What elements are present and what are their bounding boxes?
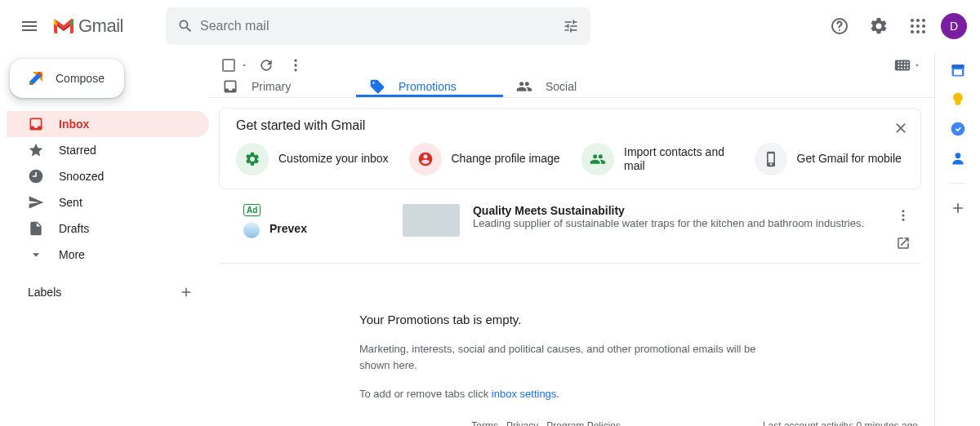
- ad-info-button[interactable]: [892, 204, 915, 227]
- svg-point-8: [911, 30, 914, 33]
- search-bar[interactable]: [166, 7, 590, 45]
- input-tools-button[interactable]: [893, 56, 921, 74]
- gs-item-label: Change profile image: [452, 152, 560, 166]
- add-apps-button[interactable]: [950, 200, 966, 216]
- terms-link[interactable]: Terms: [471, 420, 498, 427]
- side-panel: [934, 52, 980, 426]
- svg-point-15: [902, 215, 905, 217]
- gmail-logo[interactable]: Gmail: [52, 16, 123, 37]
- tab-primary[interactable]: Primary: [209, 78, 356, 97]
- add-label-button[interactable]: [176, 282, 196, 302]
- svg-point-7: [922, 24, 925, 28]
- sidebar-item-label: Sent: [59, 196, 82, 209]
- gs-customize-inbox[interactable]: Customize your inbox: [236, 143, 390, 175]
- ad-sender-name: Prevex: [270, 222, 307, 235]
- more-vert-icon: [287, 57, 304, 73]
- footer-center: TermsPrivacyProgram Policies: [471, 420, 621, 427]
- gs-icon-wrap: [755, 143, 787, 175]
- gs-get-mobile[interactable]: Get Gmail for mobile: [755, 143, 908, 175]
- compose-button[interactable]: Compose: [10, 59, 124, 98]
- storage-usage[interactable]: 0 GB of 15 GB used: [225, 420, 329, 427]
- apps-button[interactable]: [902, 10, 934, 42]
- select-dropdown[interactable]: [238, 55, 250, 75]
- inbox-icon: [28, 116, 44, 132]
- product-name: Gmail: [78, 16, 123, 37]
- search-options-button[interactable]: [558, 13, 584, 39]
- search-button[interactable]: [172, 13, 198, 39]
- refresh-button[interactable]: [253, 52, 279, 78]
- svg-point-10: [922, 30, 925, 33]
- tab-promotions[interactable]: Promotions: [356, 78, 503, 97]
- gs-change-profile[interactable]: Change profile image: [409, 143, 563, 175]
- gear-icon: [869, 16, 889, 36]
- close-icon: [893, 120, 909, 136]
- category-tabs: Primary Promotions Social: [209, 78, 934, 98]
- svg-point-21: [955, 153, 960, 158]
- refresh-icon: [258, 57, 274, 73]
- svg-point-2: [911, 19, 914, 22]
- sidebar-item-label: Snoozed: [59, 170, 104, 183]
- search-input[interactable]: [198, 18, 558, 34]
- sidebar-item-starred[interactable]: Starred: [7, 137, 209, 163]
- empty-hint: To add or remove tabs click inbox settin…: [359, 386, 784, 402]
- calendar-app-icon[interactable]: [950, 62, 966, 78]
- sidebar-item-more[interactable]: More: [7, 242, 209, 268]
- gs-item-label: Get Gmail for mobile: [797, 152, 902, 166]
- empty-body: Marketing, interests, social and politic…: [359, 341, 784, 373]
- tune-icon: [563, 18, 579, 34]
- ad-row[interactable]: Ad Prevex Quality Meets Sustainability L…: [219, 196, 921, 264]
- settings-button[interactable]: [862, 10, 895, 42]
- tab-label: Promotions: [399, 80, 457, 93]
- gear-icon: [244, 151, 261, 167]
- svg-rect-18: [951, 64, 964, 68]
- apps-grid-icon: [908, 16, 928, 36]
- ad-thumbnail: [403, 204, 460, 237]
- gs-import-contacts[interactable]: Import contacts and mail: [581, 143, 735, 175]
- topbar: Gmail D: [0, 0, 980, 52]
- svg-point-11: [294, 60, 296, 62]
- inbox-settings-link[interactable]: inbox settings: [492, 388, 557, 400]
- gs-icon-wrap: [236, 143, 269, 175]
- main-menu-button[interactable]: [13, 10, 46, 42]
- open-in-new-icon: [896, 236, 911, 251]
- activity-text: Last account activity: 0 minutes ago: [763, 420, 918, 427]
- svg-point-13: [294, 69, 296, 71]
- gs-item-label: Import contacts and mail: [624, 145, 735, 174]
- policies-link[interactable]: Program Policies: [546, 420, 621, 427]
- sidebar: Compose Inbox Starred Snoozed Sent Draft…: [0, 52, 209, 426]
- ad-actions: [892, 204, 915, 255]
- account-avatar[interactable]: D: [941, 13, 967, 39]
- support-button[interactable]: [823, 10, 856, 42]
- keep-app-icon[interactable]: [950, 91, 966, 108]
- contacts-app-icon[interactable]: [950, 150, 966, 166]
- svg-rect-19: [954, 69, 962, 75]
- more-vert-icon: [896, 208, 911, 223]
- get-started-grid: Customize your inbox Change profile imag…: [236, 143, 907, 175]
- ad-text: Quality Meets Sustainability Leading sup…: [473, 204, 864, 229]
- sidebar-item-label: Starred: [59, 144, 96, 157]
- ad-subtitle: Leading supplier of sustainable water tr…: [473, 217, 864, 229]
- ad-open-button[interactable]: [892, 232, 915, 255]
- empty-hint-pre: To add or remove tabs click: [359, 388, 492, 400]
- sidebar-item-sent[interactable]: Sent: [7, 189, 209, 215]
- sidebar-item-snoozed[interactable]: Snoozed: [7, 163, 209, 189]
- more-actions-button[interactable]: [283, 52, 309, 78]
- tab-social[interactable]: Social: [503, 78, 650, 97]
- svg-point-14: [902, 210, 905, 212]
- footer-right: Last account activity: 0 minutes ago Ope…: [763, 420, 918, 427]
- compose-label: Compose: [56, 72, 105, 85]
- sidebar-item-inbox[interactable]: Inbox: [7, 111, 209, 137]
- sidebar-item-drafts[interactable]: Drafts: [7, 215, 209, 242]
- tasks-app-icon[interactable]: [950, 121, 966, 137]
- ad-title: Quality Meets Sustainability: [473, 204, 864, 217]
- people-icon: [516, 78, 532, 95]
- ad-body: Quality Meets Sustainability Leading sup…: [403, 204, 864, 237]
- star-icon: [28, 142, 44, 158]
- person-circle-icon: [417, 151, 434, 167]
- dismiss-get-started-button[interactable]: [884, 112, 917, 144]
- privacy-link[interactable]: Privacy: [506, 420, 538, 427]
- sidebar-item-label: Inbox: [59, 118, 89, 131]
- select-all-checkbox[interactable]: [222, 59, 235, 72]
- dot: [538, 420, 546, 427]
- gs-icon-wrap: [409, 143, 442, 175]
